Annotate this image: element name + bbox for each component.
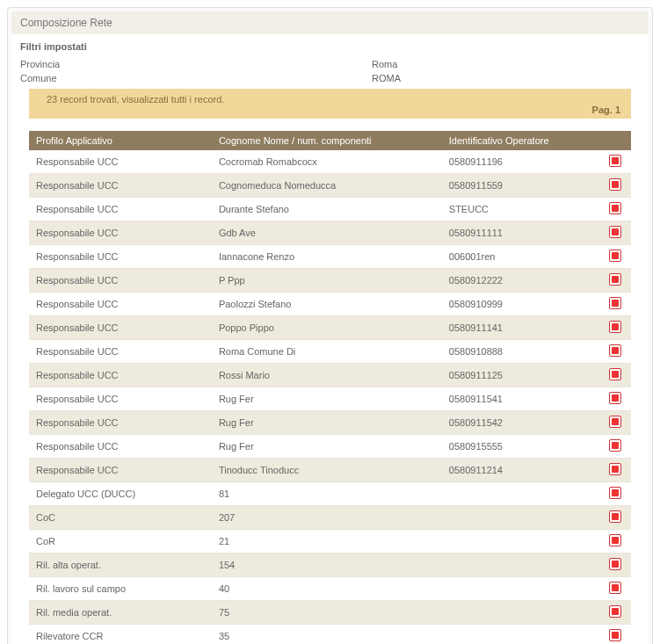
cell-action (599, 459, 631, 482)
cell-id (442, 530, 599, 554)
pdf-icon[interactable] (609, 297, 621, 309)
pdf-icon[interactable] (609, 463, 621, 475)
cell-id (442, 554, 599, 577)
cell-profile: Delegato UCC (DUCC) (29, 482, 212, 506)
cell-profile: Responsabile UCC (29, 411, 212, 435)
cell-name: Durante Stefano (212, 198, 442, 221)
pdf-icon[interactable] (609, 368, 621, 380)
cell-name: 21 (212, 530, 442, 554)
table-row: Ril. media operat.75 (29, 601, 631, 625)
cell-action (599, 577, 631, 601)
cell-action (599, 316, 631, 340)
pdf-icon[interactable] (609, 226, 621, 238)
table-row: Responsabile UCCDurante StefanoSTEUCC (29, 198, 631, 221)
pdf-icon[interactable] (609, 273, 621, 286)
cell-action (599, 482, 631, 506)
table-row: Responsabile UCCRug Fer0580911541 (29, 387, 631, 411)
table-row: Responsabile UCCGdb Ave0580911111 (29, 221, 631, 245)
pdf-icon[interactable] (609, 439, 621, 452)
cell-name: Rug Fer (212, 411, 442, 435)
cell-action (599, 435, 631, 459)
cell-name: Roma Comune Di (212, 340, 442, 364)
filters-heading: Filtri impostati (20, 41, 640, 52)
cell-profile: Responsabile UCC (29, 221, 212, 245)
pdf-icon[interactable] (609, 558, 621, 570)
cell-profile: Responsabile UCC (29, 174, 212, 198)
cell-id: 0580915555 (442, 435, 599, 459)
cell-id: 0580911141 (442, 316, 599, 340)
cell-id: 0580910999 (442, 293, 599, 316)
pdf-icon[interactable] (609, 510, 621, 523)
col-header-action (599, 131, 631, 150)
cell-name: Rossi Mario (212, 364, 442, 387)
cell-profile: Responsabile UCC (29, 150, 212, 174)
cell-id (442, 482, 599, 506)
table-row: Responsabile UCCPaolozzi Stefano05809109… (29, 293, 631, 316)
cell-action (599, 411, 631, 435)
pdf-icon[interactable] (609, 155, 621, 167)
pdf-icon[interactable] (609, 629, 621, 641)
table-row: Responsabile UCCCocromab Romabcocx058091… (29, 150, 631, 174)
cell-action (599, 340, 631, 364)
pdf-icon[interactable] (609, 178, 621, 191)
pdf-icon[interactable] (609, 250, 621, 262)
cell-name: Paolozzi Stefano (212, 293, 442, 316)
filter-label: Provincia (20, 59, 372, 69)
pdf-icon[interactable] (609, 392, 621, 404)
table-row: Rilevatore CCR35 (29, 625, 631, 645)
cell-id: 0580911214 (442, 459, 599, 482)
cell-profile: Responsabile UCC (29, 245, 212, 269)
cell-profile: Ril. media operat. (29, 601, 212, 625)
cell-profile: Responsabile UCC (29, 198, 212, 221)
table-row: Responsabile UCCRug Fer0580915555 (29, 435, 631, 459)
table-row: Ril. lavoro sul campo40 (29, 577, 631, 601)
filter-value: ROMA (372, 73, 401, 83)
cell-name: 75 (212, 601, 442, 625)
cell-action (599, 174, 631, 198)
cell-name: Cocromab Romabcocx (212, 150, 442, 174)
cell-action (599, 198, 631, 221)
cell-action (599, 554, 631, 577)
cell-id (442, 601, 599, 625)
cell-action (599, 245, 631, 269)
cell-profile: Ril. lavoro sul campo (29, 577, 212, 601)
col-header-profile: Profilo Applicativo (29, 131, 212, 150)
table-row: Responsabile UCCIannacone Renzo006001ren (29, 245, 631, 269)
cell-id: 0580911125 (442, 364, 599, 387)
pdf-icon[interactable] (609, 321, 621, 333)
pdf-icon[interactable] (609, 344, 621, 357)
cell-id: 0580911559 (442, 174, 599, 198)
pdf-icon[interactable] (609, 534, 621, 546)
panel-title: Composizione Rete (11, 11, 649, 34)
cell-profile: CoC (29, 506, 212, 530)
pdf-icon[interactable] (609, 416, 621, 428)
cell-id: 0580910888 (442, 340, 599, 364)
pdf-icon[interactable] (609, 487, 621, 499)
cell-profile: Responsabile UCC (29, 269, 212, 293)
table-row: Ril. alta operat.154 (29, 554, 631, 577)
cell-id (442, 625, 599, 645)
pdf-icon[interactable] (609, 605, 621, 618)
records-count-text: 23 record trovati, visualizzati tutti i … (47, 94, 224, 105)
cell-name: Rug Fer (212, 387, 442, 411)
table-row: Responsabile UCCCognomeduca Nomeducca058… (29, 174, 631, 198)
table-row: Responsabile UCCTinoducc Tinoducc0580911… (29, 459, 631, 482)
cell-profile: Responsabile UCC (29, 459, 212, 482)
cell-action (599, 269, 631, 293)
composizione-rete-panel: Composizione Rete Filtri impostati Provi… (7, 7, 653, 644)
cell-id: 0580911541 (442, 387, 599, 411)
cell-profile: Responsabile UCC (29, 435, 212, 459)
cell-name: 154 (212, 554, 442, 577)
pdf-icon[interactable] (609, 582, 621, 594)
cell-id: STEUCC (442, 198, 599, 221)
pdf-icon[interactable] (609, 202, 621, 214)
cell-name: 81 (212, 482, 442, 506)
table-row: CoC207 (29, 506, 631, 530)
cell-id: 0580911542 (442, 411, 599, 435)
table-row: CoR21 (29, 530, 631, 554)
records-summary-bar: 23 record trovati, visualizzati tutti i … (29, 89, 631, 119)
cell-name: 40 (212, 577, 442, 601)
cell-name: Poppo Pippo (212, 316, 442, 340)
cell-id (442, 577, 599, 601)
cell-name: P Ppp (212, 269, 442, 293)
